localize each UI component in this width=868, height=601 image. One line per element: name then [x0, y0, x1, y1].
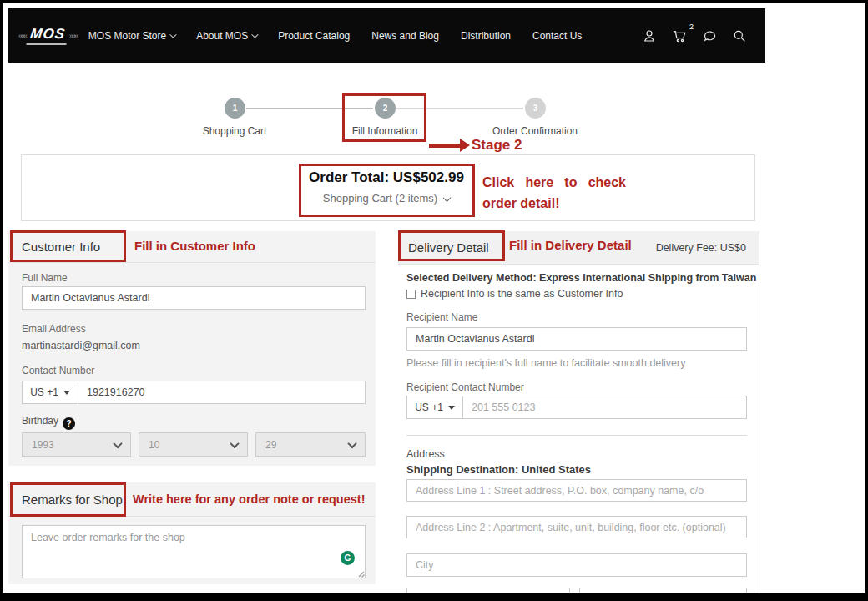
- annotation-remarks-note: Write here for any order note or request…: [133, 492, 366, 506]
- chat-icon[interactable]: [702, 28, 718, 43]
- triangle-down-icon: [448, 406, 455, 410]
- step-2-label: Fill Information: [352, 125, 418, 137]
- resize-handle-icon[interactable]: [356, 569, 365, 578]
- birthday-day-select[interactable]: 29: [255, 432, 366, 457]
- logo-wing-right-icon: »»»: [69, 32, 77, 40]
- recipient-contact-field: US +1: [406, 396, 747, 419]
- full-name-label: Full Name: [22, 272, 68, 284]
- header-icons: 2: [642, 28, 765, 43]
- cart-icon[interactable]: 2: [671, 28, 688, 43]
- phone-input[interactable]: [78, 381, 365, 403]
- chevron-down-icon: [113, 438, 122, 447]
- logo-text: MOS: [26, 26, 68, 45]
- nav-item-about-mos[interactable]: About MOS: [196, 30, 256, 42]
- order-summary-box: [21, 154, 755, 221]
- chevron-down-icon: [230, 438, 239, 447]
- recipient-name-input[interactable]: [406, 327, 747, 351]
- remarks-textarea[interactable]: [22, 525, 366, 578]
- recipient-name-hint: Please fill in recipient's full name to …: [406, 357, 686, 369]
- annotation-arrow-head-icon: [460, 139, 470, 152]
- address-line2-input[interactable]: [406, 516, 747, 538]
- step-connector-2-3: [396, 108, 523, 109]
- chevron-down-icon: [443, 194, 452, 202]
- account-icon[interactable]: [642, 28, 657, 43]
- annotation-order-note: Click here to check order detail!: [482, 173, 626, 215]
- selected-delivery-method: Selected Delivery Method: Express Intern…: [406, 272, 756, 284]
- triangle-down-icon: [63, 391, 70, 395]
- help-icon[interactable]: ?: [63, 417, 75, 430]
- same-as-customer-row: Recipient Info is the same as Customer I…: [406, 288, 623, 300]
- full-name-input[interactable]: [22, 286, 366, 310]
- step-3-circle[interactable]: 3: [525, 98, 546, 119]
- annotation-arrow-icon: [429, 144, 461, 148]
- birthday-month-select[interactable]: 10: [139, 432, 248, 457]
- shipping-destination: Shipping Destination: United States: [406, 463, 591, 476]
- checkout-page: ««« MOS »»» MOS Motor Store About MOS Pr…: [3, 3, 865, 593]
- chevron-down-icon: [251, 31, 258, 38]
- delivery-fee: Delivery Fee: US$0: [656, 242, 746, 254]
- annotation-customer-note: Fill in Customer Info: [134, 239, 255, 253]
- country-code-select[interactable]: US +1: [23, 381, 78, 403]
- step-1-circle[interactable]: 1: [225, 98, 245, 119]
- search-icon[interactable]: [732, 28, 747, 43]
- top-navbar: ««« MOS »»» MOS Motor Store About MOS Pr…: [8, 8, 765, 63]
- step-3-label: Order Confirmation: [492, 125, 578, 137]
- address-label: Address: [406, 448, 445, 460]
- birthday-year-select[interactable]: 1993: [22, 432, 131, 457]
- screenshot-frame: ««« MOS »»» MOS Motor Store About MOS Pr…: [0, 0, 868, 601]
- store-logo[interactable]: ««« MOS »»»: [8, 26, 88, 45]
- step-2-circle[interactable]: 2: [375, 98, 396, 119]
- step-1-label: Shopping Cart: [203, 125, 267, 137]
- grammarly-icon[interactable]: G: [341, 551, 355, 565]
- logo-wing-left-icon: «««: [18, 32, 26, 40]
- chevron-down-icon: [347, 438, 356, 447]
- cart-count-badge: 2: [689, 23, 694, 31]
- chevron-down-icon: [169, 31, 176, 38]
- delivery-detail-title: Delivery Detail: [408, 240, 489, 255]
- contact-number-field: US +1: [22, 381, 366, 404]
- city-input[interactable]: [406, 553, 747, 577]
- contact-number-label: Contact Number: [22, 365, 94, 376]
- address-line1-input[interactable]: [406, 479, 747, 502]
- email-value: martinastardi@gmail.com: [22, 340, 140, 351]
- annotation-stage2-text: Stage 2: [472, 137, 522, 154]
- same-as-customer-label: Recipient Info is the same as Customer I…: [421, 288, 623, 300]
- nav-item-product-catalog[interactable]: Product Catalog: [278, 30, 350, 42]
- zip-input-cutoff[interactable]: [579, 588, 747, 593]
- birthday-label: Birthday?: [22, 415, 75, 430]
- order-total: Order Total: US$502.99: [299, 169, 474, 186]
- nav-item-mos-motor-store[interactable]: MOS Motor Store: [88, 30, 174, 42]
- recipient-country-code-select[interactable]: US +1: [407, 396, 463, 418]
- recipient-name-label: Recipient Name: [406, 311, 477, 323]
- cart-items-toggle[interactable]: Shopping Cart (2 items): [299, 192, 474, 205]
- section-divider: [406, 435, 747, 436]
- nav-item-news-and-blog[interactable]: News and Blog: [371, 30, 439, 42]
- same-as-customer-checkbox[interactable]: [406, 290, 416, 299]
- recipient-phone-input[interactable]: [463, 396, 746, 418]
- state-input-cutoff[interactable]: [406, 588, 570, 593]
- nav-item-contact-us[interactable]: Contact Us: [532, 30, 582, 42]
- main-nav: MOS Motor Store About MOS Product Catalo…: [88, 30, 583, 42]
- step-connector-1-2: [246, 108, 373, 109]
- nav-item-distribution[interactable]: Distribution: [461, 30, 511, 42]
- recipient-contact-label: Recipient Contact Number: [406, 381, 524, 393]
- email-label: Email Address: [22, 323, 86, 335]
- annotation-delivery-note: Fill in Delivery Detail: [509, 238, 632, 252]
